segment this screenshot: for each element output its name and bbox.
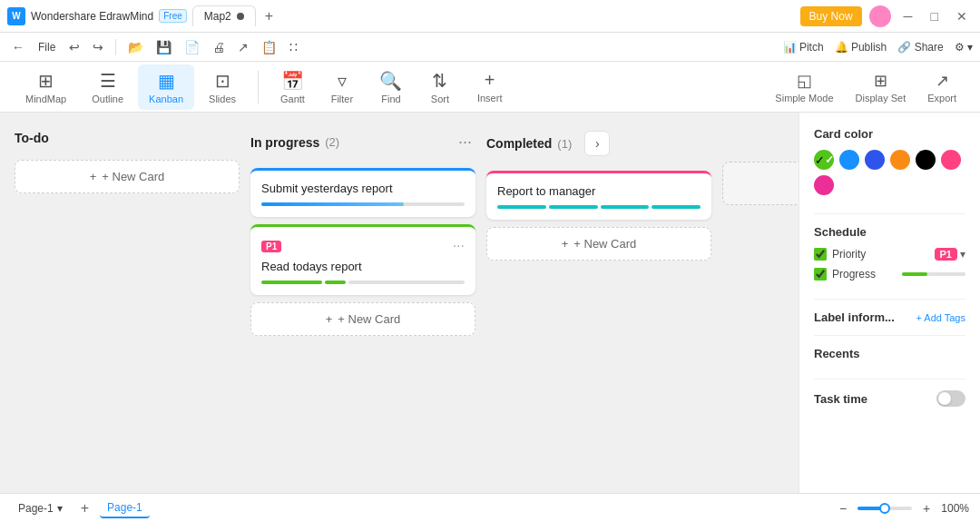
todo-new-card-button[interactable]: + + New Card	[15, 160, 240, 193]
color-magenta[interactable]	[814, 175, 834, 195]
progress-bar-container	[902, 272, 966, 276]
task-time-toggle[interactable]	[936, 390, 965, 407]
export-menu-button[interactable]: ↗	[233, 37, 253, 57]
color-black[interactable]	[916, 150, 936, 170]
buy-now-button[interactable]: Buy Now	[800, 6, 862, 26]
outline-tool[interactable]: ☰ Outline	[81, 64, 134, 110]
recents-section: Recents	[814, 347, 965, 360]
add-tab-button[interactable]: +	[258, 5, 280, 28]
export-tool[interactable]: ↗ Export	[918, 65, 965, 109]
gantt-tool[interactable]: 📅 Gantt	[270, 64, 316, 110]
priority-dropdown[interactable]: ▾	[960, 248, 965, 261]
tab-map2[interactable]: Map2	[192, 5, 256, 26]
add-page-button[interactable]: +	[77, 498, 93, 518]
zoom-plus-button[interactable]: +	[919, 499, 934, 517]
maximize-button[interactable]: □	[926, 7, 944, 25]
main-area: To-do + + New Card In progress (2) ···	[0, 113, 980, 493]
column-inprogress-more[interactable]: ···	[455, 131, 475, 153]
display-set-tool[interactable]: ⊞ Display Set	[847, 65, 916, 109]
column-inprogress-title: In progress	[250, 135, 319, 150]
back-button[interactable]: ←	[7, 37, 29, 57]
close-button[interactable]: ✕	[951, 7, 973, 25]
priority-checkbox[interactable]	[814, 248, 827, 261]
progress-fill-mini	[902, 272, 927, 276]
divider3	[814, 335, 965, 336]
card-color-section: Card color ✓	[814, 127, 965, 195]
title-bar-right: Buy Now ─ □ ✕	[800, 5, 973, 27]
priority-badge: P1	[935, 248, 957, 261]
save-button[interactable]: 💾	[152, 37, 176, 57]
grid-button[interactable]: ∷	[285, 37, 302, 57]
color-blue[interactable]	[839, 150, 859, 170]
find-tool[interactable]: 🔍 Find	[368, 64, 414, 110]
color-green[interactable]: ✓	[814, 150, 834, 170]
settings-button[interactable]: ⚙ ▾	[955, 41, 973, 54]
column-inprogress-header: In progress (2) ···	[250, 127, 475, 161]
card-read-header-row: P1 ···	[261, 238, 465, 254]
title-bar: W Wondershare EdrawMind Free Map2 + Buy …	[0, 0, 980, 33]
card-read-progress	[261, 281, 465, 284]
priority-value: P1 ▾	[935, 248, 965, 261]
label-inform-row: Label inform... + Add Tags	[814, 310, 965, 324]
kanban-area: To-do + + New Card In progress (2) ···	[0, 113, 799, 493]
publish-share-group: 📊 Pitch 🔔 Publish 🔗 Share ⚙ ▾	[783, 41, 973, 54]
unsaved-dot	[237, 13, 244, 20]
insert-tool[interactable]: + Insert	[466, 64, 514, 109]
filter-tool[interactable]: ▿ Filter	[319, 64, 365, 110]
card-submit-progress	[261, 202, 465, 206]
card-read-more-button[interactable]: ···	[453, 238, 465, 254]
side-panel: Card color ✓ Schedule Priority P1 ▾	[799, 113, 980, 493]
card-report-manager[interactable]: Report to manager	[486, 171, 711, 220]
zoom-slider-track[interactable]	[858, 507, 912, 510]
open-button[interactable]: 📂	[123, 37, 148, 57]
publish-button[interactable]: 🔔 Publish	[835, 41, 887, 54]
share-button[interactable]: 🔗 Share	[897, 41, 943, 54]
card-color-title: Card color	[814, 127, 965, 141]
column-todo-header: To-do	[15, 127, 240, 153]
minimize-button[interactable]: ─	[898, 7, 918, 25]
menu-bar: ← File ↩ ↪ 📂 💾 📄 🖨 ↗ 📋 ∷ 📊 Pitch 🔔 Publi…	[0, 33, 980, 62]
new-button[interactable]: 📄	[180, 37, 204, 57]
template-button[interactable]: 📋	[257, 37, 281, 57]
add-card-area[interactable]: + Add Card	[722, 162, 799, 205]
progress-checkbox[interactable]	[814, 268, 827, 281]
card-submit-report[interactable]: Submit yesterdays report	[250, 168, 475, 217]
color-pink[interactable]	[941, 150, 961, 170]
slides-tool[interactable]: ⊡ Slides	[198, 64, 247, 110]
sort-icon: ⇅	[432, 70, 447, 92]
schedule-section: Schedule Priority P1 ▾ Progress	[814, 225, 965, 281]
completed-new-card-button[interactable]: + + New Card	[486, 227, 711, 261]
filter-icon: ▿	[338, 70, 347, 92]
toolbar: ⊞ MindMap ☰ Outline ▦ Kanban ⊡ Slides 📅 …	[0, 62, 980, 113]
undo-button[interactable]: ↩	[64, 37, 84, 57]
card-read-title: Read todays report	[261, 260, 465, 273]
kanban-tool[interactable]: ▦ Kanban	[138, 64, 194, 110]
add-tags-button[interactable]: + Add Tags	[916, 312, 965, 323]
simple-mode-tool[interactable]: ◱ Simple Mode	[766, 65, 842, 109]
gantt-icon: 📅	[281, 70, 304, 92]
task-time-label: Task time	[814, 392, 867, 406]
color-dark-blue[interactable]	[865, 150, 885, 170]
color-orange[interactable]	[890, 150, 910, 170]
toolbar-right: ◱ Simple Mode ⊞ Display Set ↗ Export	[766, 65, 965, 109]
pitch-button[interactable]: 📊 Pitch	[783, 41, 824, 54]
card-report-progress	[497, 205, 701, 209]
task-time-row: Task time	[814, 390, 965, 407]
page-dropdown[interactable]: Page-1 ▾	[11, 499, 70, 517]
bottom-bar: Page-1 ▾ + Page-1 − + 100%	[0, 493, 980, 522]
separator	[115, 39, 116, 55]
file-menu[interactable]: File	[33, 38, 61, 56]
sort-tool[interactable]: ⇅ Sort	[417, 64, 463, 110]
zoom-minus-button[interactable]: −	[836, 499, 850, 517]
divider2	[814, 299, 965, 300]
print-button[interactable]: 🖨	[208, 37, 230, 57]
redo-button[interactable]: ↪	[88, 37, 108, 57]
nav-arrow-right[interactable]: ›	[584, 131, 610, 156]
mindmap-tool[interactable]: ⊞ MindMap	[15, 64, 77, 110]
card-read-report[interactable]: P1 ··· Read todays report	[250, 224, 475, 295]
tab-bar: Map2 +	[192, 5, 280, 28]
insert-icon: +	[485, 70, 495, 91]
active-page-tab[interactable]: Page-1	[100, 498, 150, 518]
label-inform-title: Label inform...	[814, 310, 895, 324]
inprogress-new-card-button[interactable]: + + New Card	[250, 302, 475, 336]
